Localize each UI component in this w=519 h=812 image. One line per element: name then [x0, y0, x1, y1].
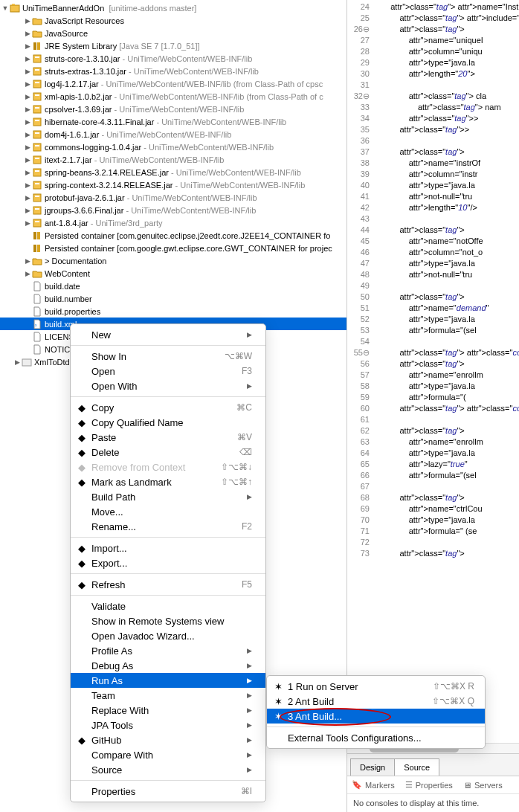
tree-item[interactable]: hibernate-core-4.3.11.Final.jar - UniTim…: [0, 115, 346, 128]
menu-item-import-[interactable]: ◆Import...: [71, 541, 265, 555]
expand-arrow-icon[interactable]: [24, 219, 31, 227]
expand-arrow-icon[interactable]: [24, 169, 31, 176]
tree-item[interactable]: JRE System Library [Java SE 7 [1.7.0_51]…: [0, 39, 346, 52]
tree-item[interactable]: > Documentation: [0, 254, 346, 267]
menu-item-team[interactable]: Team▶: [71, 688, 265, 703]
tree-item[interactable]: protobuf-java-2.6.1.jar - UniTime/WebCon…: [0, 191, 346, 204]
expand-arrow-icon[interactable]: [24, 42, 31, 50]
expand-arrow-icon[interactable]: [24, 257, 31, 265]
tab-properties[interactable]: ☰Properties: [405, 780, 453, 790]
menu-item-open-javadoc-wizard-[interactable]: Open Javadoc Wizard...: [71, 628, 265, 643]
menu-label: Show in Remote Systems view: [91, 616, 252, 627]
expand-arrow-icon[interactable]: [24, 181, 31, 189]
submenu-item[interactable]: ✶1 Run on Server⇧⌥⌘X R: [267, 679, 485, 694]
menu-item-open-with[interactable]: Open With▶: [71, 378, 265, 393]
expand-arrow-icon[interactable]: [24, 55, 31, 62]
menu-item-jpa-tools[interactable]: JPA Tools▶: [71, 718, 265, 732]
expand-arrow-icon[interactable]: [13, 358, 21, 366]
code-editor[interactable]: 242526⊖272829303132⊖33343536373839404142…: [347, 0, 519, 743]
expand-arrow-icon[interactable]: [24, 68, 31, 75]
menu-item-show-in[interactable]: Show In⌥⌘W: [71, 349, 265, 364]
item-label: Persisted container [com.genuitec.eclips…: [45, 231, 330, 240]
tab-design[interactable]: Design: [350, 758, 395, 776]
menu-item-show-in-remote-systems-view[interactable]: Show in Remote Systems view: [71, 613, 265, 628]
menu-item-debug-as[interactable]: Debug As▶: [71, 658, 265, 673]
menu-item-github[interactable]: ◆GitHub▶: [71, 732, 265, 747]
item-icon: [31, 91, 43, 103]
tree-item[interactable]: struts-extras-1.3.10.jar - UniTime/WebCo…: [0, 65, 346, 77]
tree-item[interactable]: dom4j-1.6.1.jar - UniTime/WebContent/WEB…: [0, 128, 346, 141]
menu-item-open[interactable]: OpenF3: [71, 364, 265, 378]
menu-label: New: [91, 329, 247, 341]
submenu-arrow-icon: ▶: [247, 382, 252, 390]
menu-item-build-path[interactable]: Build Path▶: [71, 489, 265, 504]
item-suffix: - UniTime/WebContent/WEB-INF/lib: [126, 206, 256, 215]
tree-item[interactable]: JavaScript Resources: [0, 14, 346, 27]
expand-arrow-icon[interactable]: [24, 144, 31, 151]
menu-item-refresh[interactable]: ◆RefreshF5: [71, 577, 265, 592]
tree-item[interactable]: ant-1.8.4.jar - UniTime/3rd_party: [0, 216, 346, 229]
menu-item-copy-qualified-name[interactable]: ◆Copy Qualified Name: [71, 415, 265, 430]
tree-item[interactable]: WebContent: [0, 267, 346, 280]
expand-arrow-icon[interactable]: [24, 156, 31, 164]
expand-arrow-icon[interactable]: [24, 131, 31, 138]
submenu-item[interactable]: ✶2 Ant Build⇧⌥⌘X Q: [267, 694, 485, 709]
menu-item-mark-as-landmark[interactable]: ◆Mark as Landmark⇧⌥⌘↑: [71, 474, 265, 489]
menu-item-validate[interactable]: Validate: [71, 599, 265, 613]
expand-arrow-icon[interactable]: [24, 118, 31, 126]
menu-item-delete[interactable]: ◆Delete⌫: [71, 445, 265, 460]
submenu-item[interactable]: ✶3 Ant Build...: [267, 709, 485, 724]
menu-item-export-[interactable]: ◆Export...: [71, 555, 265, 570]
tree-item[interactable]: log4j-1.2.17.jar - UniTime/WebContent/WE…: [0, 77, 346, 90]
menu-item-run-as[interactable]: Run As▶: [71, 673, 265, 688]
menu-label: Replace With: [91, 705, 247, 716]
menu-label: Remove from Context: [91, 462, 221, 473]
item-label: itext-2.1.7.jar: [45, 155, 92, 164]
tree-item[interactable]: Persisted container [com.genuitec.eclips…: [0, 229, 346, 242]
tree-item[interactable]: build.date: [0, 280, 346, 292]
menu-item-move-[interactable]: Move...: [71, 504, 265, 519]
tree-item[interactable]: cpsolver-1.3.69.jar - UniTime/WebContent…: [0, 103, 346, 115]
tab-source[interactable]: Source: [394, 758, 439, 776]
tree-item[interactable]: xml-apis-1.0.b2.jar - UniTime/WebContent…: [0, 90, 346, 103]
expand-arrow-icon[interactable]: [24, 194, 31, 202]
tree-item[interactable]: JavaSource: [0, 27, 346, 39]
expand-arrow-icon[interactable]: [24, 106, 31, 113]
tree-item[interactable]: build.properties: [0, 305, 346, 318]
menu-item-copy[interactable]: ◆Copy⌘C: [71, 400, 265, 415]
tree-item[interactable]: jgroups-3.6.6.Final.jar - UniTime/WebCon…: [0, 204, 346, 216]
menu-item-profile-as[interactable]: Profile As▶: [71, 643, 265, 658]
bottom-panel: 🔖Markers ☰Properties 🖥Servers No console…: [347, 776, 519, 812]
tab-servers[interactable]: 🖥Servers: [463, 781, 503, 790]
menu-item-new[interactable]: New▶: [71, 327, 265, 342]
expand-arrow-icon[interactable]: [24, 17, 31, 25]
item-label: struts-core-1.3.10.jar: [45, 54, 120, 63]
menu-item-compare-with[interactable]: Compare With▶: [71, 747, 265, 762]
expand-arrow-icon[interactable]: [24, 270, 31, 277]
tree-item[interactable]: Persisted container [com.google.gwt.ecli…: [0, 242, 346, 254]
menu-item-source[interactable]: Source▶: [71, 762, 265, 777]
tree-item[interactable]: build.number: [0, 292, 346, 305]
tree-item[interactable]: spring-context-3.2.14.RELEASE.jar - UniT…: [0, 178, 346, 191]
tree-root[interactable]: UniTimeBannerAddOn [unitime-addons maste…: [0, 1, 346, 14]
submenu-item[interactable]: External Tools Configurations...: [267, 730, 485, 745]
menu-item-rename-[interactable]: Rename...F2: [71, 519, 265, 534]
code-content[interactable]: attr">class="tag"> attr">name="Instructi…: [381, 1, 519, 559]
tree-item[interactable]: itext-2.1.7.jar - UniTime/WebContent/WEB…: [0, 153, 346, 166]
expand-arrow-icon[interactable]: [1, 4, 9, 12]
menu-item-paste[interactable]: ◆Paste⌘V: [71, 430, 265, 445]
expand-arrow-icon[interactable]: [24, 80, 31, 88]
tree-item[interactable]: commons-logging-1.0.4.jar - UniTime/WebC…: [0, 141, 346, 153]
item-label: cpsolver-1.3.69.jar: [45, 105, 112, 114]
expand-arrow-icon[interactable]: [24, 93, 31, 100]
tree-item[interactable]: spring-beans-3.2.14.RELEASE.jar - UniTim…: [0, 166, 346, 178]
expand-arrow-icon[interactable]: [24, 207, 31, 214]
svg-rect-6: [33, 68, 41, 75]
menu-item-properties[interactable]: Properties⌘I: [71, 784, 265, 799]
menu-item-replace-with[interactable]: Replace With▶: [71, 703, 265, 718]
tab-markers[interactable]: 🔖Markers: [352, 780, 395, 790]
item-icon: [31, 40, 43, 52]
tree-item[interactable]: struts-core-1.3.10.jar - UniTime/WebCont…: [0, 52, 346, 65]
expand-arrow-icon[interactable]: [24, 30, 31, 37]
item-label: struts-extras-1.3.10.jar: [45, 67, 126, 76]
